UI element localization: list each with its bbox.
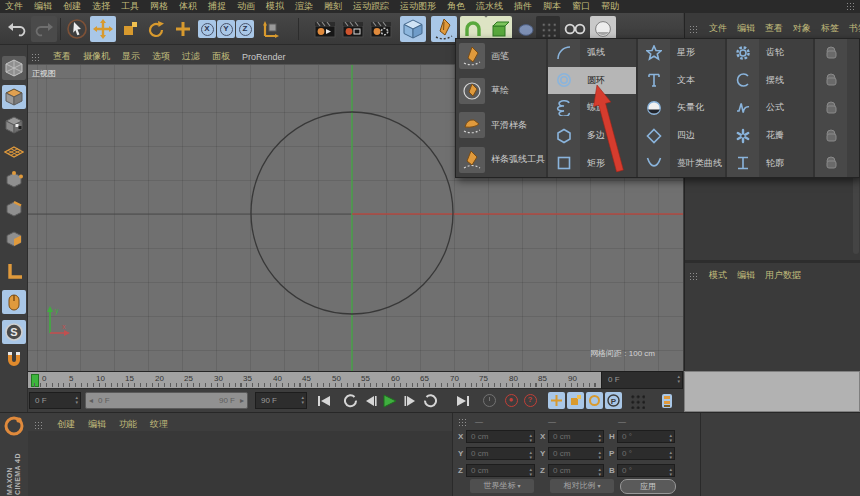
x-axis-lock-button[interactable]: X (198, 20, 216, 38)
vp-menu-filter[interactable]: 过滤 (182, 50, 200, 63)
key-parameter-toggle[interactable]: P (605, 392, 622, 409)
size-y-field[interactable]: 0 cm▴▾ (548, 447, 604, 460)
am-menu-edit[interactable]: 编辑 (737, 269, 755, 282)
apply-button[interactable]: 应用 (620, 479, 676, 494)
edges-mode-button[interactable] (2, 197, 26, 221)
spline-item-nside[interactable]: 多边 (548, 122, 636, 150)
points-mode-button[interactable] (2, 168, 26, 192)
menu-item-tools[interactable]: 工具 (121, 0, 139, 13)
autokey-button[interactable]: ? (521, 392, 539, 409)
panel-divider[interactable] (685, 260, 860, 263)
range-left-arrow-icon[interactable]: ◂ (89, 393, 93, 408)
spline-tool-pen[interactable]: 画笔 (456, 39, 546, 74)
range-right-arrow-icon[interactable]: ▸ (240, 393, 244, 408)
vp-menu-options[interactable]: 选项 (152, 50, 170, 63)
key-position-toggle[interactable] (548, 392, 565, 409)
vp-menu-display[interactable]: 显示 (122, 50, 140, 63)
panel-grip-icon[interactable] (31, 53, 41, 61)
polygons-mode-button[interactable] (2, 227, 26, 251)
menu-item-window[interactable]: 窗口 (572, 0, 590, 13)
spline-item-helix[interactable]: 螺旋 (548, 94, 636, 122)
render-view-button[interactable] (312, 16, 338, 42)
spinner-icon[interactable]: ▴▾ (301, 395, 304, 404)
spinner-icon[interactable]: ▴▾ (529, 433, 532, 442)
menu-item-motion-tracker[interactable]: 运动跟踪 (353, 0, 389, 13)
spinner-icon[interactable]: ▴▾ (598, 433, 601, 442)
frame-range-slider[interactable]: ◂ 0 F 90 F ▸ (85, 392, 248, 409)
render-settings-button[interactable] (368, 16, 394, 42)
am-menu-userdata[interactable]: 用户数据 (765, 269, 801, 282)
mm-menu-edit[interactable]: 编辑 (88, 418, 106, 431)
move-tool-button[interactable] (90, 16, 116, 42)
primitive-cube-button[interactable] (400, 16, 426, 42)
end-frame-field[interactable]: 90 F ▴▾ (255, 392, 307, 409)
spinner-icon[interactable]: ▴▾ (598, 450, 601, 459)
goto-start-button[interactable] (315, 392, 333, 409)
spinner-icon[interactable]: ▴▾ (669, 450, 672, 459)
next-key-button[interactable] (401, 392, 419, 409)
vp-menu-camera[interactable]: 摄像机 (83, 50, 110, 63)
panel-grip-icon[interactable] (34, 421, 44, 429)
menu-item-create[interactable]: 创建 (63, 0, 81, 13)
panel-grip-icon[interactable] (689, 272, 699, 280)
spline-item-formula[interactable]: 公式 (727, 94, 813, 122)
workplane-mode-button[interactable] (2, 140, 26, 164)
vp-menu-prorender[interactable]: ProRender (242, 52, 286, 62)
material-manager-area[interactable] (28, 431, 452, 496)
position-z-field[interactable]: 0 cm▴▾ (466, 464, 535, 477)
spline-item-gear[interactable]: 齿轮 (727, 39, 813, 67)
key-scale-toggle[interactable] (567, 392, 584, 409)
size-z-field[interactable]: 0 cm▴▾ (548, 464, 604, 477)
viewport-solo-button[interactable] (2, 290, 26, 314)
spinner-icon[interactable]: ▴▾ (529, 450, 532, 459)
snap-settings-button[interactable]: S (2, 320, 26, 344)
menu-item-plugins[interactable]: 插件 (514, 0, 532, 13)
size-x-field[interactable]: 0 cm▴▾ (548, 430, 604, 443)
goto-end-button[interactable] (454, 392, 472, 409)
model-mode-button[interactable] (2, 85, 26, 109)
spinner-icon[interactable]: ▴▾ (677, 374, 680, 383)
rotation-b-field[interactable]: 0 °▴▾ (617, 464, 675, 477)
mm-menu-function[interactable]: 功能 (119, 418, 137, 431)
timeline-ruler[interactable]: 0 5 10 15 20 25 30 35 40 45 50 55 60 65 … (28, 371, 601, 389)
mm-menu-texture[interactable]: 纹理 (150, 418, 168, 431)
spline-item-cycloid[interactable]: 摆线 (727, 67, 813, 95)
play-button[interactable] (380, 392, 398, 409)
loop-right-button[interactable] (422, 392, 440, 409)
undo-button[interactable] (4, 16, 30, 42)
menu-item-edit[interactable]: 编辑 (34, 0, 52, 13)
record-keyframe-button[interactable]: ● (502, 392, 520, 409)
keyframe-bar-button[interactable] (658, 392, 676, 409)
spinner-icon[interactable]: ▴▾ (75, 395, 78, 404)
layout-icon[interactable] (846, 2, 856, 11)
om-menu-view[interactable]: 查看 (765, 22, 783, 35)
position-x-field[interactable]: 0 cm▴▾ (466, 430, 535, 443)
spline-item-cissoid[interactable]: 蔓叶类曲线 (638, 149, 725, 177)
spinner-icon[interactable]: ▴▾ (669, 433, 672, 442)
spline-tool-sketch[interactable]: 草绘 (456, 74, 546, 109)
om-menu-file[interactable]: 文件 (709, 22, 727, 35)
menu-item-file[interactable]: 文件 (5, 0, 23, 13)
playback-rate-button[interactable] (480, 392, 498, 409)
menu-item-help[interactable]: 帮助 (601, 0, 619, 13)
menu-item-mograph[interactable]: 运动图形 (400, 0, 436, 13)
am-menu-mode[interactable]: 模式 (709, 269, 727, 282)
spline-tool-arc[interactable]: 样条弧线工具 (456, 143, 546, 178)
axis-mode-button[interactable] (2, 259, 26, 283)
vp-menu-view[interactable]: 查看 (53, 50, 71, 63)
spline-item-flower[interactable]: 花瓣 (727, 122, 813, 150)
magnet-snap-button[interactable] (2, 349, 26, 373)
om-menu-tags[interactable]: 标签 (821, 22, 839, 35)
panel-grip-icon[interactable] (458, 418, 468, 426)
coord-header-rotation[interactable]: — (618, 417, 626, 426)
z-axis-lock-button[interactable]: Z (236, 20, 254, 38)
coordinate-system-button[interactable] (257, 16, 283, 42)
render-region-button[interactable] (340, 16, 366, 42)
om-menu-edit[interactable]: 编辑 (737, 22, 755, 35)
menu-item-snap[interactable]: 捕捉 (208, 0, 226, 13)
spline-item-profile[interactable]: 轮廓 (727, 149, 813, 177)
keying-selection-button[interactable] (625, 392, 649, 409)
menu-item-simulate[interactable]: 模拟 (266, 0, 284, 13)
spline-item-circle[interactable]: 圆环 (548, 67, 636, 95)
menu-item-script[interactable]: 脚本 (543, 0, 561, 13)
